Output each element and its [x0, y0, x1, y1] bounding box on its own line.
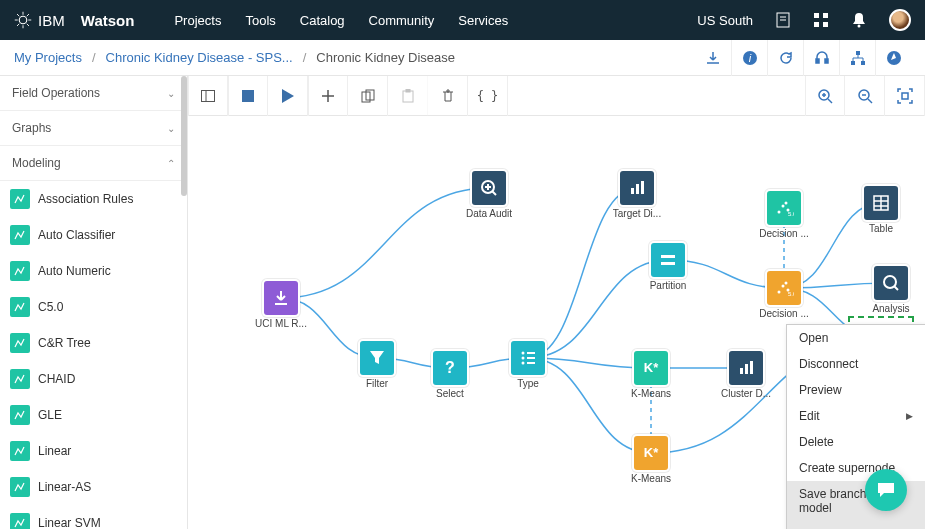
grid-icon[interactable]	[813, 12, 829, 28]
palette-item[interactable]: Association Rules	[0, 181, 187, 217]
node-table[interactable]: Table	[853, 186, 909, 234]
tree-icon[interactable]	[839, 40, 875, 76]
ctx-preview[interactable]: Preview	[787, 377, 925, 403]
flow-canvas[interactable]: UCI ML R...Data AuditFilter?SelectTypeTa…	[188, 116, 925, 529]
palette-item-label: CHAID	[38, 372, 75, 386]
ctx-run[interactable]: Run	[787, 521, 925, 529]
node-icon	[620, 171, 654, 205]
zoom-fit-button[interactable]	[885, 76, 925, 116]
cat-modeling[interactable]: Modeling⌃	[0, 146, 187, 181]
watson-icon	[14, 11, 32, 29]
zoom-out-button[interactable]	[845, 76, 885, 116]
nav-catalog[interactable]: Catalog	[300, 13, 345, 28]
svg-rect-94	[750, 361, 753, 374]
palette-item-label: C&R Tree	[38, 336, 91, 350]
svg-point-101	[782, 285, 785, 288]
node-src[interactable]: UCI ML R...	[253, 281, 309, 329]
svg-line-8	[27, 14, 29, 16]
palette-sidebar[interactable]: Field Operations⌄ Graphs⌄ Modeling⌃ Asso…	[0, 76, 188, 529]
refresh-icon[interactable]	[767, 40, 803, 76]
panel-toggle-button[interactable]	[188, 76, 228, 116]
svg-point-16	[858, 25, 861, 28]
nav-tools[interactable]: Tools	[245, 13, 275, 28]
headset-icon[interactable]	[803, 40, 839, 76]
bell-icon[interactable]	[851, 12, 867, 28]
palette-item[interactable]: C&R Tree	[0, 325, 187, 361]
add-button[interactable]	[308, 76, 348, 116]
node-icon	[729, 351, 763, 385]
doc-icon[interactable]	[775, 12, 791, 28]
compass-icon[interactable]	[875, 40, 911, 76]
node-filter[interactable]: Filter	[349, 341, 405, 389]
top-nav: Projects Tools Catalog Community Service…	[174, 13, 508, 28]
ctx-create-supernode[interactable]: Create supernode	[787, 455, 925, 481]
svg-point-100	[778, 291, 781, 294]
breadcrumb-root[interactable]: My Projects	[14, 50, 82, 65]
palette-item-label: Linear SVM	[38, 516, 101, 529]
palette-item[interactable]: Auto Classifier	[0, 217, 187, 253]
node-icon: ?	[433, 351, 467, 385]
palette-item[interactable]: Linear SVM	[0, 505, 187, 529]
palette-item-icon	[10, 189, 30, 209]
cat-graphs[interactable]: Graphs⌄	[0, 111, 187, 146]
run-button[interactable]	[268, 76, 308, 116]
chat-button[interactable]	[865, 469, 907, 511]
palette-item-label: Auto Classifier	[38, 228, 115, 242]
avatar[interactable]	[889, 9, 911, 31]
node-kmeans1[interactable]: K*K-Means	[623, 351, 679, 399]
svg-rect-82	[527, 352, 535, 354]
code-button[interactable]: { }	[468, 76, 508, 116]
node-targetd[interactable]: Target Di...	[609, 171, 665, 219]
palette-item[interactable]: Linear	[0, 433, 187, 469]
copy-button[interactable]	[348, 76, 388, 116]
node-clusterd[interactable]: Cluster D...	[718, 351, 774, 399]
node-icon	[264, 281, 298, 315]
ctx-delete[interactable]: Delete	[787, 429, 925, 455]
delete-button[interactable]	[428, 76, 468, 116]
cat-field-ops[interactable]: Field Operations⌄	[0, 76, 187, 111]
svg-rect-15	[823, 22, 828, 27]
ctx-disconnect[interactable]: Disconnect	[787, 351, 925, 377]
nav-projects[interactable]: Projects	[174, 13, 221, 28]
svg-rect-22	[851, 61, 855, 65]
palette-item-icon	[10, 477, 30, 497]
node-partition[interactable]: Partition	[640, 243, 696, 291]
palette-item[interactable]: CHAID	[0, 361, 187, 397]
palette-item-icon	[10, 333, 30, 353]
node-icon: 5.0	[767, 191, 801, 225]
region-selector[interactable]: US South	[697, 13, 753, 28]
brand-logo[interactable]: IBM Watson	[14, 11, 134, 29]
info-icon[interactable]: i	[731, 40, 767, 76]
palette-item[interactable]: Linear-AS	[0, 469, 187, 505]
palette-item-label: Linear-AS	[38, 480, 91, 494]
node-label: UCI ML R...	[255, 318, 307, 329]
stop-button[interactable]	[228, 76, 268, 116]
node-audit[interactable]: Data Audit	[461, 171, 517, 219]
node-select[interactable]: ?Select	[422, 351, 478, 399]
nav-community[interactable]: Community	[369, 13, 435, 28]
node-kmeans2[interactable]: K*K-Means	[623, 436, 679, 484]
svg-rect-32	[403, 91, 413, 102]
paste-button[interactable]	[388, 76, 428, 116]
ctx-open[interactable]: Open	[787, 325, 925, 351]
download-icon[interactable]	[695, 40, 731, 76]
palette-item[interactable]: Auto Numeric	[0, 253, 187, 289]
node-type[interactable]: Type	[500, 341, 556, 389]
node-label: Decision ...	[759, 308, 808, 319]
svg-line-7	[17, 24, 19, 26]
svg-rect-33	[406, 89, 410, 92]
node-icon: 5.0	[767, 271, 801, 305]
palette-item[interactable]: GLE	[0, 397, 187, 433]
ctx-edit[interactable]: Edit▶	[787, 403, 925, 429]
node-analysis[interactable]: Analysis	[863, 266, 919, 314]
node-label: Table	[869, 223, 893, 234]
zoom-in-button[interactable]	[805, 76, 845, 116]
svg-point-0	[19, 16, 27, 24]
palette-item[interactable]: C5.0	[0, 289, 187, 325]
svg-rect-14	[814, 22, 819, 27]
node-dec2[interactable]: 5.0Decision ...	[756, 271, 812, 319]
breadcrumb-project[interactable]: Chronic Kidney Disease - SPS...	[106, 50, 293, 65]
nav-services[interactable]: Services	[458, 13, 508, 28]
node-dec1[interactable]: 5.0Decision ...	[756, 191, 812, 239]
svg-point-80	[522, 357, 525, 360]
